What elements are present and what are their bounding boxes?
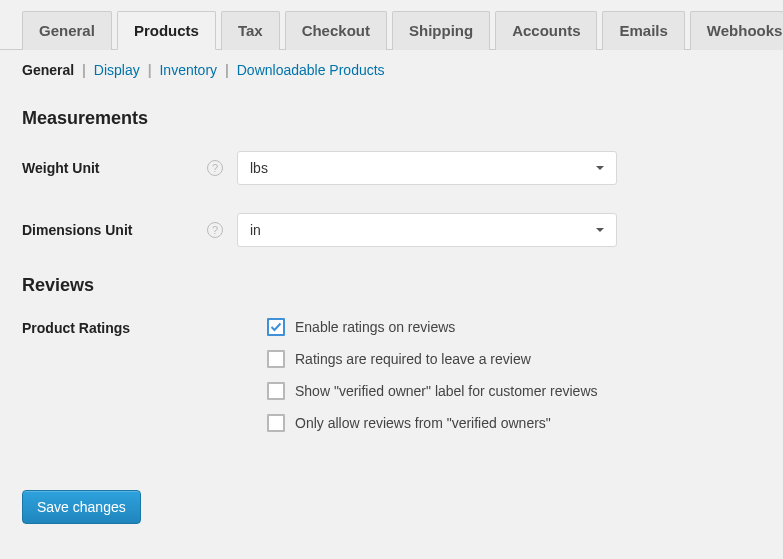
save-button[interactable]: Save changes <box>22 490 141 524</box>
section-measurements: Measurements <box>22 108 761 129</box>
subnav-inventory[interactable]: Inventory <box>159 62 217 78</box>
subnav-downloadable[interactable]: Downloadable Products <box>237 62 385 78</box>
tab-checkout[interactable]: Checkout <box>285 11 387 50</box>
help-icon[interactable]: ? <box>207 222 223 238</box>
product-ratings-label: Product Ratings <box>22 320 130 336</box>
subnav-general[interactable]: General <box>22 62 74 78</box>
tab-products[interactable]: Products <box>117 11 216 50</box>
dimensions-unit-value: in <box>250 222 261 238</box>
section-reviews: Reviews <box>22 275 761 296</box>
checkbox-verified-label[interactable] <box>267 382 285 400</box>
chevron-down-icon <box>596 228 604 232</box>
label-ratings-required: Ratings are required to leave a review <box>295 351 531 367</box>
checkbox-verified-only[interactable] <box>267 414 285 432</box>
checkbox-ratings-required[interactable] <box>267 350 285 368</box>
tab-shipping[interactable]: Shipping <box>392 11 490 50</box>
dimensions-unit-label: Dimensions Unit <box>22 222 132 238</box>
help-icon[interactable]: ? <box>207 160 223 176</box>
tab-tax[interactable]: Tax <box>221 11 280 50</box>
label-verified-label: Show "verified owner" label for customer… <box>295 383 598 399</box>
product-subnav: General | Display | Inventory | Download… <box>0 50 783 90</box>
tab-general[interactable]: General <box>22 11 112 50</box>
label-verified-only: Only allow reviews from "verified owners… <box>295 415 551 431</box>
tab-emails[interactable]: Emails <box>602 11 684 50</box>
label-enable-ratings: Enable ratings on reviews <box>295 319 455 335</box>
dimensions-unit-select[interactable]: in <box>237 213 617 247</box>
separator: | <box>82 62 86 78</box>
weight-unit-label: Weight Unit <box>22 160 100 176</box>
settings-tabs: General Products Tax Checkout Shipping A… <box>0 0 783 50</box>
tab-webhooks[interactable]: Webhooks <box>690 11 783 50</box>
tab-accounts[interactable]: Accounts <box>495 11 597 50</box>
checkbox-enable-ratings[interactable] <box>267 318 285 336</box>
weight-unit-value: lbs <box>250 160 268 176</box>
chevron-down-icon <box>596 166 604 170</box>
separator: | <box>148 62 152 78</box>
subnav-display[interactable]: Display <box>94 62 140 78</box>
separator: | <box>225 62 229 78</box>
weight-unit-select[interactable]: lbs <box>237 151 617 185</box>
